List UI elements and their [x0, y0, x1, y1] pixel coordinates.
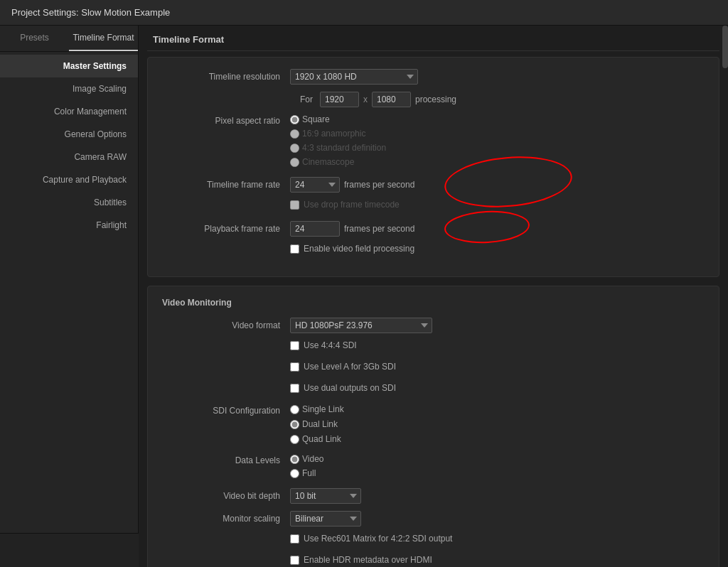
tab-timeline-format[interactable]: Timeline Format	[69, 26, 138, 51]
monitor-scaling-select[interactable]: Bilinear	[290, 511, 361, 526]
width-input[interactable]: 1920	[320, 92, 359, 107]
sidebar: Presets Timeline Format Master Settings …	[0, 26, 139, 533]
pixel-aspect-anamorphic[interactable]: 16:9 anamorphic	[290, 129, 386, 139]
playback-frame-rate-label: Playback frame rate	[162, 224, 290, 234]
x-separator: x	[363, 94, 368, 104]
tab-presets[interactable]: Presets	[0, 26, 69, 51]
sdi-single-link[interactable]: Single Link	[290, 404, 344, 414]
sidebar-item-capture-playback[interactable]: Capture and Playback	[0, 168, 138, 191]
video-bit-depth-label: Video bit depth	[162, 491, 290, 501]
content-header: Timeline Format	[147, 26, 719, 51]
enable-video-field-checkbox[interactable]: Enable video field processing	[290, 244, 414, 254]
timeline-frame-rate-select[interactable]: 24	[290, 177, 340, 193]
use-rec601-checkbox[interactable]: Use Rec601 Matrix for 4:2:2 SDI output	[290, 534, 452, 544]
height-input[interactable]: 1080	[372, 92, 411, 107]
use-dual-outputs-checkbox[interactable]: Use dual outputs on SDI	[290, 383, 396, 393]
sidebar-item-subtitles[interactable]: Subtitles	[0, 191, 138, 214]
use-level-a-checkbox[interactable]: Use Level A for 3Gb SDI	[290, 362, 396, 372]
scrollbar-track[interactable]	[722, 26, 728, 533]
use-444-sdi-checkbox[interactable]: Use 4:4:4 SDI	[290, 340, 357, 350]
scrollbar-thumb[interactable]	[722, 26, 728, 68]
sidebar-item-color-management[interactable]: Color Management	[0, 100, 138, 123]
playback-frame-rate-input[interactable]	[290, 221, 340, 237]
timeline-format-section: Timeline resolution 1920 x 1080 HD For 1…	[147, 57, 719, 277]
monitor-scaling-label: Monitor scaling	[162, 514, 290, 524]
sdi-quad-link[interactable]: Quad Link	[290, 434, 344, 444]
video-monitoring-title: Video Monitoring	[162, 298, 705, 308]
data-level-full[interactable]: Full	[290, 468, 323, 478]
content-area: Timeline Format Timeline resolution 1920…	[139, 26, 728, 567]
playback-fps-label: frames per second	[344, 224, 414, 234]
timeline-frame-rate-label: Timeline frame rate	[162, 180, 290, 190]
video-bit-depth-select[interactable]: 10 bit	[290, 488, 361, 504]
video-format-select[interactable]: HD 1080PsF 23.976	[290, 318, 432, 333]
title-text: Project Settings: Slow Motion Example	[11, 7, 170, 18]
processing-label: processing	[415, 94, 456, 104]
pixel-aspect-standard-def[interactable]: 4:3 standard definition	[290, 143, 386, 153]
enable-hdr-checkbox[interactable]: Enable HDR metadata over HDMI	[290, 555, 432, 565]
sidebar-item-master-settings[interactable]: Master Settings	[0, 55, 138, 77]
video-format-label: Video format	[162, 320, 290, 330]
video-monitoring-section: Video Monitoring Video format HD 1080PsF…	[147, 286, 719, 567]
drop-frame-checkbox[interactable]: Use drop frame timecode	[290, 200, 400, 210]
data-level-video[interactable]: Video	[290, 454, 323, 464]
fps-label: frames per second	[344, 180, 414, 190]
sidebar-item-fairlight[interactable]: Fairlight	[0, 214, 138, 237]
sdi-config-label: SDI Configuration	[162, 404, 290, 416]
timeline-resolution-label: Timeline resolution	[162, 72, 290, 82]
title-bar: Project Settings: Slow Motion Example	[0, 0, 728, 26]
sidebar-item-image-scaling[interactable]: Image Scaling	[0, 77, 138, 100]
data-levels-label: Data Levels	[162, 454, 290, 465]
for-label: For	[300, 94, 313, 104]
sidebar-item-general-options[interactable]: General Options	[0, 123, 138, 146]
sidebar-item-camera-raw[interactable]: Camera RAW	[0, 146, 138, 168]
pixel-aspect-square[interactable]: Square	[290, 114, 386, 124]
pixel-aspect-cinemascope[interactable]: Cinemascope	[290, 157, 386, 167]
pixel-aspect-label: Pixel aspect ratio	[162, 114, 290, 126]
timeline-resolution-select[interactable]: 1920 x 1080 HD	[290, 69, 418, 85]
sdi-dual-link[interactable]: Dual Link	[290, 419, 344, 429]
